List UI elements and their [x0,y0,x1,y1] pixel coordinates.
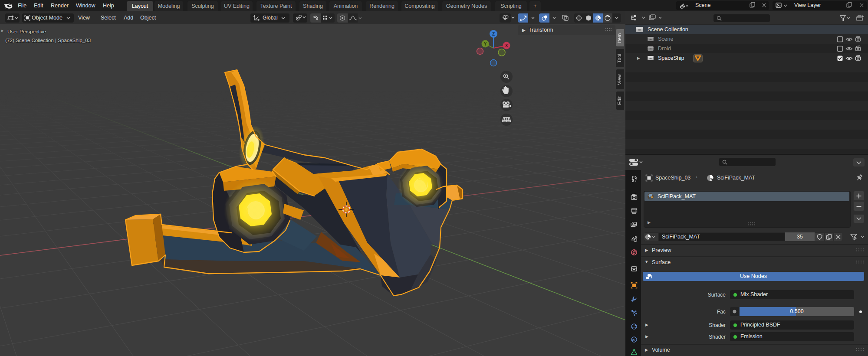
svg-text:Z: Z [492,32,495,36]
svg-text:Y: Y [484,42,487,46]
svg-text:X: X [505,43,508,48]
